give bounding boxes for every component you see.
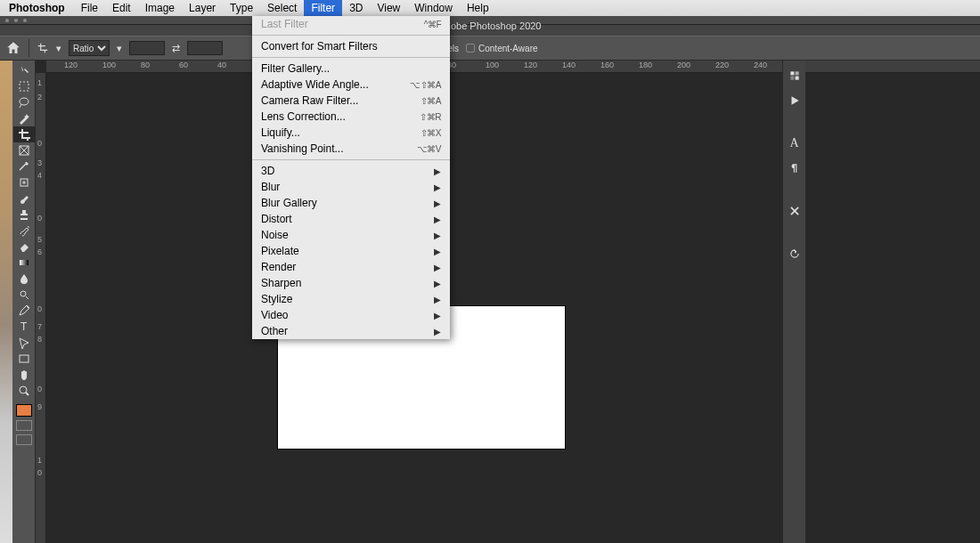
character-icon[interactable]: A: [787, 135, 803, 151]
window-title: Adobe Photoshop 2020: [439, 16, 542, 36]
ruler-vertical: 120340560780910: [36, 73, 46, 543]
brush-tool[interactable]: [13, 190, 35, 207]
tools-icon[interactable]: [787, 203, 803, 219]
filter-item-blur[interactable]: Blur▶: [252, 179, 450, 195]
svg-point-7: [20, 386, 27, 393]
filter-menu-dropdown: Last Filter^⌘FConvert for Smart FiltersF…: [252, 16, 450, 339]
svg-rect-10: [790, 77, 794, 80]
menu-image[interactable]: Image: [138, 0, 182, 16]
swap-icon[interactable]: ⇄: [172, 43, 180, 54]
marquee-tool[interactable]: [13, 78, 35, 94]
move-tool[interactable]: [13, 62, 35, 78]
main-area: T 12010080604020020406080100120140160180…: [0, 61, 980, 543]
svg-text:T: T: [20, 320, 28, 333]
filter-item-stylize[interactable]: Stylize▶: [252, 291, 450, 307]
type-tool[interactable]: T: [13, 319, 35, 335]
svg-rect-3: [20, 260, 29, 265]
stamp-tool[interactable]: [13, 207, 35, 223]
filter-item-camera-raw-filter-[interactable]: Camera Raw Filter...⇧⌘A: [252, 93, 450, 109]
menu-window[interactable]: Window: [407, 0, 460, 16]
svg-rect-9: [795, 71, 798, 75]
svg-rect-6: [20, 355, 29, 362]
filter-item-last-filter: Last Filter^⌘F: [252, 16, 450, 32]
tools-panel: T: [12, 61, 36, 543]
ratio-select[interactable]: Ratio: [69, 40, 110, 56]
lasso-tool[interactable]: [13, 94, 35, 110]
filter-item-pixelate[interactable]: Pixelate▶: [252, 243, 450, 259]
filter-item-distort[interactable]: Distort▶: [252, 211, 450, 227]
swatches-icon[interactable]: [787, 68, 803, 84]
options-bar: ▾ Ratio ▾ ⇄ d Pixels Content-Aware: [0, 36, 980, 61]
svg-rect-11: [795, 77, 798, 80]
menu-help[interactable]: Help: [460, 0, 496, 16]
foreground-swatch[interactable]: [16, 404, 32, 417]
window-titlebar: Adobe Photoshop 2020: [0, 16, 980, 36]
filter-item-other[interactable]: Other▶: [252, 323, 450, 339]
home-icon[interactable]: [5, 40, 21, 56]
gradient-tool[interactable]: [13, 255, 35, 271]
ratio-w-input[interactable]: [129, 41, 165, 55]
menu-type[interactable]: Type: [223, 0, 260, 16]
menu-filter[interactable]: Filter: [304, 0, 342, 16]
svg-point-4: [20, 291, 26, 296]
pen-tool[interactable]: [13, 303, 35, 319]
filter-item-blur-gallery[interactable]: Blur Gallery▶: [252, 195, 450, 211]
dodge-tool[interactable]: [13, 287, 35, 303]
frame-tool[interactable]: [13, 142, 35, 158]
crop-tool[interactable]: [13, 126, 35, 142]
hand-tool[interactable]: [13, 367, 35, 383]
eyedrop-tool[interactable]: [13, 158, 35, 174]
blur-tool[interactable]: [13, 271, 35, 287]
path-tool[interactable]: [13, 335, 35, 351]
app-brand: Photoshop: [0, 2, 74, 14]
menu-select[interactable]: Select: [260, 0, 304, 16]
menu-edit[interactable]: Edit: [105, 0, 138, 16]
filter-item-3d[interactable]: 3D▶: [252, 163, 450, 179]
ratio-h-input[interactable]: [187, 41, 223, 55]
screenmode-toggle[interactable]: [16, 434, 32, 445]
quickmask-toggle[interactable]: [16, 420, 32, 431]
play-icon[interactable]: [787, 93, 803, 109]
menubar: Photoshop FileEditImageLayerTypeSelectFi…: [0, 0, 980, 16]
menu-layer[interactable]: Layer: [182, 0, 223, 16]
heal-tool[interactable]: [13, 174, 35, 190]
right-icon-column: A: [782, 61, 805, 543]
svg-rect-8: [790, 71, 794, 75]
history-icon[interactable]: [787, 246, 803, 262]
filter-item-lens-correction-[interactable]: Lens Correction...⇧⌘R: [252, 109, 450, 125]
rect-tool[interactable]: [13, 351, 35, 367]
filter-item-convert-for-smart-filters[interactable]: Convert for Smart Filters: [252, 38, 450, 54]
history-tool[interactable]: [13, 223, 35, 239]
paragraph-icon[interactable]: [787, 160, 803, 176]
filter-item-noise[interactable]: Noise▶: [252, 227, 450, 243]
menu-file[interactable]: File: [74, 0, 105, 16]
filter-item-render[interactable]: Render▶: [252, 259, 450, 275]
zoom-tool[interactable]: [13, 383, 35, 399]
menu-3d[interactable]: 3D: [342, 0, 370, 16]
svg-rect-0: [20, 82, 29, 91]
content-aware-checkbox[interactable]: Content-Aware: [466, 44, 538, 53]
crop-icon: [37, 42, 49, 54]
menu-view[interactable]: View: [370, 0, 407, 16]
wand-tool[interactable]: [13, 110, 35, 126]
filter-item-sharpen[interactable]: Sharpen▶: [252, 275, 450, 291]
filter-item-liquify-[interactable]: Liquify...⇧⌘X: [252, 125, 450, 141]
filter-item-vanishing-point-[interactable]: Vanishing Point...⌥⌘V: [252, 141, 450, 157]
canvas-area: 1201008060402002040608010012014016018020…: [36, 61, 980, 543]
filter-item-adaptive-wide-angle-[interactable]: Adaptive Wide Angle...⌥⇧⌘A: [252, 77, 450, 93]
filter-item-video[interactable]: Video▶: [252, 307, 450, 323]
eraser-tool[interactable]: [13, 239, 35, 255]
ruler-horizontal: 1201008060402002040608010012014016018020…: [46, 61, 980, 73]
left-photo-strip: [0, 61, 12, 543]
canvas[interactable]: [46, 73, 980, 543]
filter-item-filter-gallery-[interactable]: Filter Gallery...: [252, 61, 450, 77]
